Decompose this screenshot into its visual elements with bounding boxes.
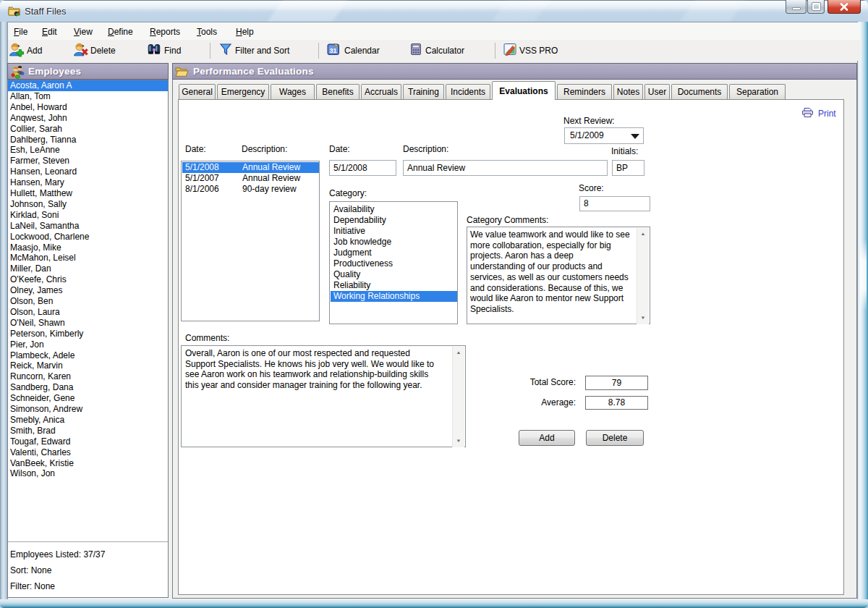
svg-text:31: 31 <box>330 47 337 54</box>
